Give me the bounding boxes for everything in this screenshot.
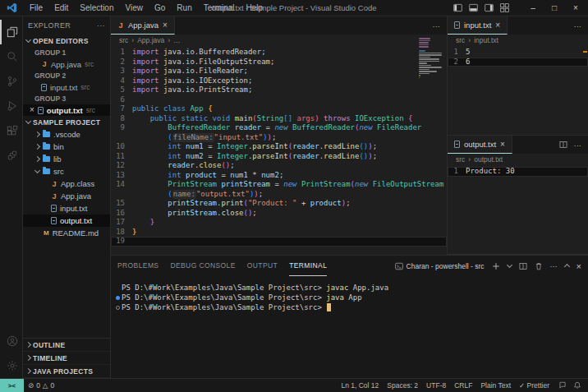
- open-editor-item[interactable]: input.txtsrc: [23, 81, 110, 93]
- section-outline[interactable]: OUTLINE: [23, 339, 110, 352]
- breadcrumb[interactable]: src›output.txt: [448, 154, 588, 165]
- toggle-sidebar-icon[interactable]: [453, 3, 462, 12]
- close-tab-icon[interactable]: ×: [495, 21, 500, 30]
- terminal-dropdown-icon[interactable]: [507, 262, 512, 268]
- panel-tab-problems[interactable]: PROBLEMS: [117, 256, 158, 276]
- editor-more-actions-icon[interactable]: ···: [574, 141, 582, 150]
- terminal[interactable]: PS D:\#Work\Examples\Java\Sample Project…: [111, 276, 588, 378]
- menu-go[interactable]: Go: [149, 2, 170, 14]
- status-utf-8[interactable]: UTF-8: [422, 381, 450, 390]
- close-window-button[interactable]: ×: [567, 3, 585, 12]
- source-control-icon[interactable]: [0, 69, 23, 94]
- status-spaces[interactable]: Spaces: 2: [383, 381, 422, 390]
- search-icon[interactable]: [0, 44, 23, 69]
- breadcrumb-item[interactable]: output.txt: [474, 155, 503, 164]
- run-and-debug-icon[interactable]: [0, 94, 23, 118]
- tab-inputtxt[interactable]: input.txt ×: [448, 16, 508, 35]
- breadcrumb-item[interactable]: src: [456, 36, 465, 44]
- problems-indicator[interactable]: ⊘ 0 △ 0: [24, 381, 58, 390]
- terminal-session[interactable]: Charan - powershell - src: [395, 262, 485, 270]
- status-✓[interactable]: ✓ Prettier: [515, 381, 554, 390]
- menu-edit[interactable]: Edit: [49, 2, 73, 14]
- tree-item[interactable]: .vscode: [23, 128, 110, 141]
- explorer-icon[interactable]: [0, 20, 23, 44]
- tree-item[interactable]: bin: [23, 141, 110, 153]
- status-plain[interactable]: Plain Text: [476, 381, 515, 390]
- remote-indicator[interactable]: ><: [0, 379, 24, 392]
- minimap[interactable]: [419, 38, 443, 81]
- input-editor[interactable]: 1526: [448, 46, 588, 135]
- settings-gear-icon[interactable]: [0, 353, 23, 378]
- tree-item[interactable]: input.txt: [23, 202, 110, 214]
- text-file-icon: [41, 84, 47, 91]
- status-crlf[interactable]: CRLF: [450, 381, 476, 390]
- menu-help[interactable]: Help: [241, 2, 269, 14]
- split-editor-icon[interactable]: [559, 141, 567, 149]
- close-tab-icon[interactable]: ×: [500, 141, 505, 149]
- notifications-bell-icon[interactable]: [573, 381, 581, 390]
- panel-more-actions-icon[interactable]: ···: [550, 262, 558, 270]
- tree-item[interactable]: JApp.java: [23, 190, 110, 202]
- tree-item[interactable]: JApp.class: [23, 178, 110, 190]
- tree-item[interactable]: output.txt: [23, 214, 110, 227]
- code-editor[interactable]: 1import java.io.BufferedReader;2import j…: [111, 46, 447, 255]
- command-success-dot-icon[interactable]: [116, 296, 120, 300]
- feedback-icon[interactable]: [558, 381, 567, 390]
- tab-appjava[interactable]: J App.java ×: [111, 16, 175, 35]
- status-ln[interactable]: Ln 1, Col 12: [337, 381, 383, 390]
- breadcrumb[interactable]: src›App.java›…: [111, 35, 447, 46]
- close-tab-icon[interactable]: ×: [163, 21, 168, 30]
- menu-terminal[interactable]: Terminal: [199, 2, 240, 14]
- folder-icon: [43, 156, 50, 162]
- project-section[interactable]: SAMPLE PROJECT: [23, 116, 110, 128]
- editor-more-actions-icon[interactable]: ···: [567, 16, 588, 35]
- minimize-button[interactable]: –: [524, 3, 542, 12]
- editor-more-actions-icon[interactable]: ···: [426, 16, 448, 35]
- breadcrumb-item[interactable]: src: [456, 155, 465, 164]
- menu-selection[interactable]: Selection: [75, 2, 118, 14]
- errors-icon: ⊘: [28, 381, 34, 390]
- close-panel-icon[interactable]: ×: [577, 261, 581, 271]
- open-editor-item[interactable]: JApp.javasrc: [23, 58, 110, 70]
- remote-explorer-icon[interactable]: [0, 143, 23, 168]
- breadcrumb-separator-icon: ›: [468, 155, 471, 164]
- extensions-icon[interactable]: [0, 118, 23, 143]
- menu-run[interactable]: Run: [172, 2, 196, 14]
- tree-item[interactable]: lib: [23, 153, 110, 165]
- toggle-panel-icon[interactable]: [469, 3, 478, 12]
- breadcrumb-item[interactable]: …: [173, 36, 181, 44]
- section-java-projects[interactable]: JAVA PROJECTS: [23, 365, 110, 378]
- accounts-icon[interactable]: [0, 329, 23, 353]
- breadcrumb-item[interactable]: input.txt: [474, 36, 498, 44]
- maximize-button[interactable]: □: [545, 3, 563, 12]
- menu-file[interactable]: File: [25, 2, 48, 14]
- file-name: src: [53, 167, 64, 176]
- open-editor-item[interactable]: ×output.txtsrc: [23, 104, 110, 116]
- tree-item[interactable]: MREADME.md: [23, 227, 110, 239]
- close-editor-icon[interactable]: ×: [30, 106, 34, 114]
- java-file-icon: J: [117, 21, 124, 30]
- open-editors-section[interactable]: OPEN EDITORS: [23, 35, 110, 47]
- section-timeline[interactable]: TIMELINE: [23, 352, 110, 365]
- customize-layout-icon[interactable]: [500, 3, 509, 12]
- breadcrumb[interactable]: src›input.txt: [448, 35, 588, 46]
- toggle-secondary-sidebar-icon[interactable]: [485, 3, 494, 12]
- panel-tab-output[interactable]: OUTPUT: [247, 256, 278, 276]
- kill-terminal-icon[interactable]: [535, 262, 543, 270]
- output-editor[interactable]: 1Product: 30: [448, 165, 588, 254]
- explorer-more-actions-icon[interactable]: ···: [97, 21, 105, 30]
- new-terminal-icon[interactable]: [492, 262, 500, 270]
- explorer-sidebar: EXPLORER ··· OPEN EDITORS GROUP 1JApp.ja…: [23, 16, 111, 378]
- breadcrumb-item[interactable]: App.java: [137, 36, 164, 44]
- panel-tab-terminal[interactable]: TERMINAL: [289, 256, 327, 276]
- command-decoration: [114, 306, 122, 310]
- menu-view[interactable]: View: [121, 2, 149, 14]
- panel-tab-debug-console[interactable]: DEBUG CONSOLE: [170, 256, 235, 276]
- split-terminal-icon[interactable]: [519, 262, 527, 270]
- maximize-panel-icon[interactable]: [564, 264, 570, 270]
- markdown-file-icon: M: [44, 229, 49, 237]
- terminal-cursor: [327, 303, 331, 311]
- tab-outputtxt[interactable]: output.txt ×: [448, 136, 512, 154]
- breadcrumb-item[interactable]: src: [119, 36, 128, 44]
- tree-item[interactable]: src: [23, 165, 110, 178]
